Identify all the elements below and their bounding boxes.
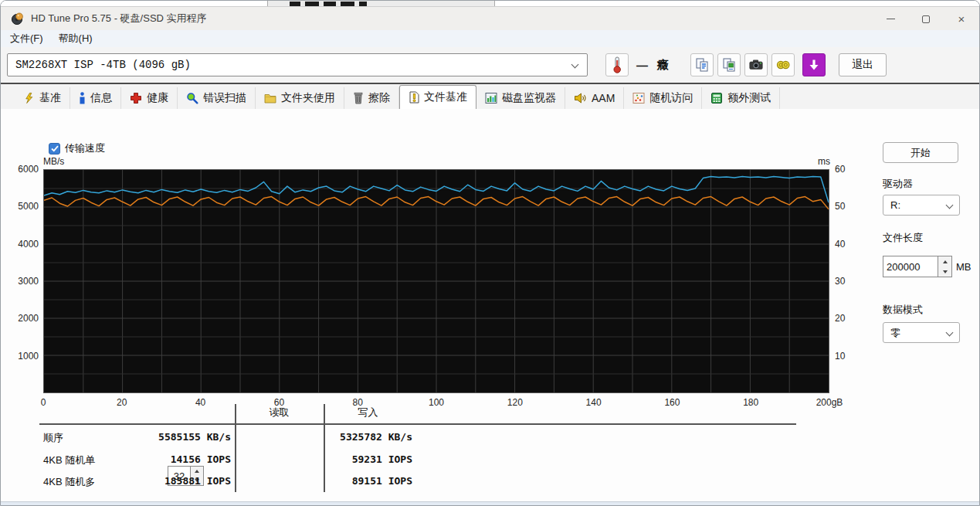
hdtune-logo-icon [11,12,25,25]
arrow-down-icon [943,270,948,273]
temperature-unit: 癥 [657,53,669,76]
chevron-down-icon [946,329,954,337]
copy-image-button[interactable] [717,53,741,76]
copy-text-icon [694,57,710,73]
menu-file[interactable]: 文件(F) [1,30,51,47]
error-scan-icon [186,92,198,104]
menu-help[interactable]: 帮助(H) [51,30,100,47]
file-length-label: 文件长度 [883,231,923,245]
tab-error-scan[interactable]: 错误扫描 [178,87,256,109]
drive-selector-value: SM2268XT ISP -4TB (4096 gB) [15,59,191,71]
random-multi-read-value: 185881 IOPS [151,475,231,487]
file-benchmark-icon [409,91,419,104]
transfer-speed-checkbox[interactable] [49,143,60,155]
health-icon [130,92,142,104]
tab-label: 擦除 [368,91,390,105]
random-single-read-value: 14156 IOPS [151,453,231,465]
random-access-icon [632,92,645,104]
benchmark-icon [23,92,35,104]
tab-health[interactable]: 健康 [121,87,178,109]
file-length-unit: MB [956,261,972,273]
download-arrow-icon [807,58,821,72]
minimize-icon [887,19,895,19]
web-share-icon [775,57,791,73]
web-share-button[interactable] [771,53,795,76]
file-length-increment-button[interactable] [938,256,951,267]
minimize-button[interactable] [873,7,908,31]
transfer-speed-chart [44,170,829,392]
temperature-value: — [636,53,648,76]
extra-tests-icon [710,92,723,104]
camera-icon [748,57,764,73]
temperature-button[interactable] [605,53,629,76]
disk-monitor-icon [485,92,497,104]
start-button[interactable]: 开始 [883,142,958,163]
close-button[interactable]: × [944,7,979,31]
drive-label: 驱动器 [883,177,913,191]
y-left-unit-label: MB/s [43,156,64,167]
file-benchmark-panel: 传输速度 MB/s ms 100020003000400050006000 10… [1,109,979,501]
tab-label: 文件夹使用 [281,91,335,105]
top-strip [1,1,979,6]
erase-icon [353,92,364,104]
data-mode-label: 数据模式 [883,303,923,317]
random-multi-write-value: 89151 IOPS [327,475,412,487]
tab-file-benchmark[interactable]: 文件基准 [399,85,476,109]
row-label-4kb-random-single: 4KB 随机单 [43,453,95,467]
close-icon: × [958,13,965,25]
row-label-sequential: 顺序 [43,431,63,445]
tab-disk-monitor[interactable]: 磁盘监视器 [476,87,565,109]
tab-random-access[interactable]: 随机访问 [624,87,702,109]
row-label-4kb-random-multi: 4KB 随机多 [43,475,95,489]
drive-selector[interactable]: SM2268XT ISP -4TB (4096 gB) [7,53,588,76]
tab-folder-usage[interactable]: 文件夹使用 [256,87,344,109]
info-icon [79,92,86,104]
tab-label: 文件基准 [424,90,467,104]
table-column-divider [235,404,236,492]
exit-button[interactable]: 退出 [839,53,887,76]
screenshot-button[interactable] [744,53,768,76]
chevron-down-icon [946,202,954,209]
tab-label: 随机访问 [649,91,693,105]
table-header-divider [39,423,796,425]
arrow-up-icon [943,260,948,263]
results-table: 读取 写入 顺序 5585155 KB/s 5325782 KB/s 4KB 随… [39,404,800,497]
tab-benchmark[interactable]: 基准 [15,87,70,109]
tab-extra-tests[interactable]: 额外测试 [702,87,780,109]
save-results-button[interactable] [802,53,826,76]
transfer-speed-plot [43,169,829,393]
tab-erase[interactable]: 擦除 [344,87,399,109]
tab-bar: 基准 信息 健康 错误扫描 文件夹使用 擦除 文件基准 磁盘监视器 [1,84,979,109]
aam-icon [574,92,587,104]
arrow-up-icon [195,470,199,473]
sequential-write-value: 5325782 KB/s [327,431,412,443]
tab-label: 错误扫描 [203,91,246,105]
app-window: HD Tune Pro 5.75 - 硬盘/SSD 实用程序 × 文件(F) 帮… [0,0,980,506]
chevron-down-icon [571,61,579,69]
tab-label: 基准 [39,91,61,105]
tab-aam[interactable]: AAM [565,87,624,109]
tab-label: AAM [592,92,615,104]
table-column-divider [324,404,325,492]
drive-select[interactable]: R: [883,195,960,216]
transfer-speed-label: 传输速度 [65,141,105,155]
tab-info[interactable]: 信息 [70,87,121,109]
copy-text-button[interactable] [690,53,714,76]
maximize-button[interactable] [908,7,944,31]
background-window-fragment [267,1,495,6]
file-length-decrement-button[interactable] [938,267,951,277]
file-length-input[interactable] [883,256,938,277]
sequential-read-value: 5585155 KB/s [151,431,231,443]
window-footer [1,501,979,506]
data-mode-select[interactable]: 零 [883,322,960,343]
thermometer-icon [610,56,624,74]
random-single-write-value: 59231 IOPS [327,453,412,465]
check-icon [51,145,59,152]
read-column-header: 读取 [235,406,324,419]
file-length-control: MB [883,256,972,277]
tab-label: 额外测试 [727,91,771,105]
tab-label: 磁盘监视器 [502,91,556,105]
y-right-unit-label: ms [818,156,830,167]
copy-image-icon [721,57,737,73]
window-title: HD Tune Pro 5.75 - 硬盘/SSD 实用程序 [31,12,207,25]
